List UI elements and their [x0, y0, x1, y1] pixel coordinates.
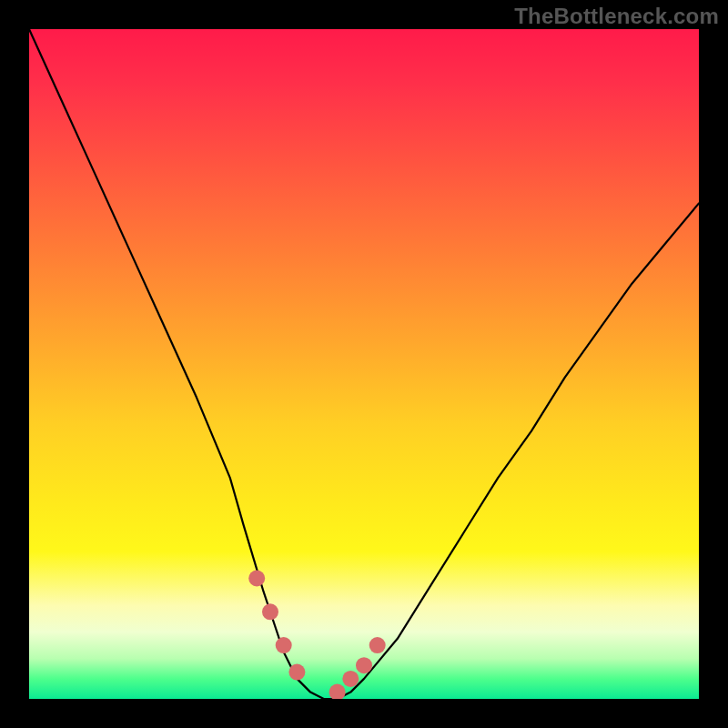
bottleneck-curve [29, 29, 699, 699]
chart-frame: TheBottleneck.com [0, 0, 728, 728]
marker-dot [329, 684, 346, 699]
marker-dot [248, 571, 265, 587]
highlighted-points [248, 571, 386, 700]
marker-dot [262, 603, 278, 620]
marker-dot [356, 657, 372, 673]
marker-dot [369, 637, 386, 653]
marker-dot [276, 637, 292, 653]
marker-dot [342, 671, 359, 687]
plot-area [29, 29, 699, 699]
curve-svg [29, 29, 699, 699]
marker-dot [288, 664, 305, 681]
attribution-label: TheBottleneck.com [514, 4, 719, 29]
